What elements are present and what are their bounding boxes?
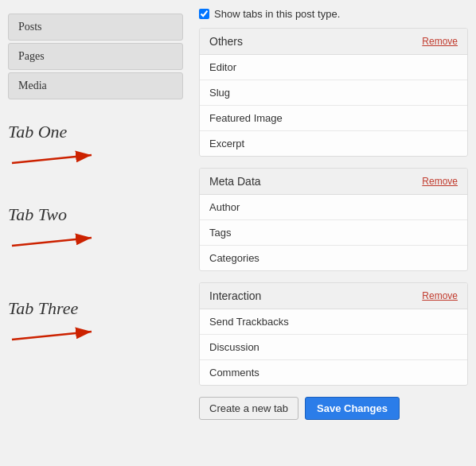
show-tabs-label: Show tabs in this post type. (214, 8, 340, 20)
svg-line-3 (12, 238, 92, 246)
metadata-group-title: Meta Data (209, 175, 261, 188)
metadata-item-tags: Tags (200, 220, 467, 246)
tab-one-arrow (8, 147, 103, 171)
others-item-featured-image: Featured Image (200, 106, 467, 131)
others-group: Others Remove Editor Slug Featured Image… (199, 28, 468, 157)
interaction-group-header: Interaction Remove (200, 283, 467, 309)
svg-line-5 (12, 332, 92, 340)
interaction-group: Interaction Remove Send Trackbacks Discu… (199, 282, 468, 386)
save-changes-button[interactable]: Save Changes (305, 397, 400, 420)
others-remove-link[interactable]: Remove (422, 36, 458, 47)
svg-line-1 (12, 155, 92, 163)
interaction-item-discussion: Discussion (200, 335, 467, 360)
metadata-item-author: Author (200, 195, 467, 220)
sidebar-item-media[interactable]: Media (8, 72, 183, 99)
tab-two-arrow (8, 230, 103, 254)
show-tabs-row: Show tabs in this post type. (199, 8, 468, 20)
metadata-item-categories: Categories (200, 246, 467, 270)
others-item-excerpt: Excerpt (200, 131, 467, 156)
sidebar: Posts Pages Media Tab One (0, 8, 191, 458)
sidebar-pages-label: Pages (18, 50, 45, 62)
sidebar-posts-label: Posts (18, 21, 42, 33)
interaction-group-title: Interaction (209, 289, 261, 302)
others-group-header: Others Remove (200, 29, 467, 55)
right-panel: Show tabs in this post type. Others Remo… (191, 8, 476, 458)
tab-three-arrow (8, 324, 103, 348)
interaction-remove-link[interactable]: Remove (422, 290, 458, 301)
tab-three-label: Tab Three (0, 290, 86, 322)
show-tabs-checkbox[interactable] (199, 9, 209, 19)
tab-one-label: Tab One (0, 114, 75, 146)
sidebar-media-label: Media (18, 80, 47, 91)
bottom-bar: Create a new tab Save Changes (199, 397, 468, 420)
metadata-remove-link[interactable]: Remove (422, 176, 458, 187)
others-item-editor: Editor (200, 55, 467, 80)
others-item-slug: Slug (200, 80, 467, 106)
others-group-title: Others (209, 35, 243, 48)
sidebar-item-pages[interactable]: Pages (8, 43, 183, 70)
tab-two-label: Tab Two (0, 196, 75, 228)
interaction-item-comments: Comments (200, 360, 467, 385)
interaction-item-trackbacks: Send Trackbacks (200, 309, 467, 335)
sidebar-item-posts[interactable]: Posts (8, 14, 183, 41)
metadata-group-header: Meta Data Remove (200, 169, 467, 195)
create-new-tab-button[interactable]: Create a new tab (199, 397, 298, 420)
metadata-group: Meta Data Remove Author Tags Categories (199, 168, 468, 271)
